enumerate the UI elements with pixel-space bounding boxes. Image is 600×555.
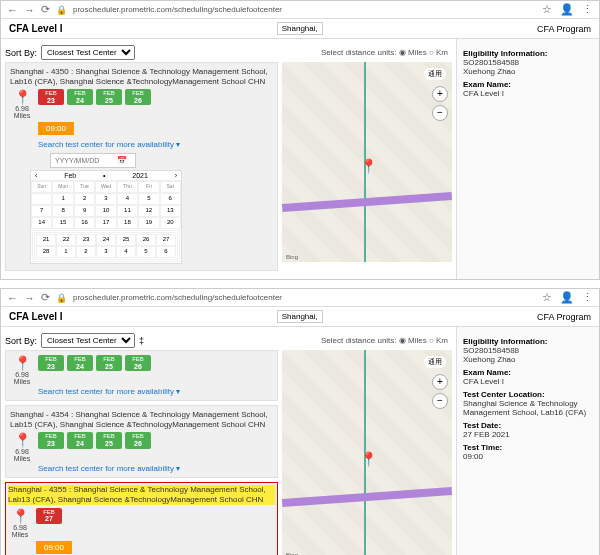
cal-day[interactable]: 21 — [36, 234, 56, 246]
cal-day[interactable]: 4 — [117, 193, 138, 205]
cal-day[interactable]: 16 — [74, 217, 95, 229]
map-attribution: Bing — [286, 254, 298, 260]
map-marker-icon[interactable]: 📍 — [360, 451, 377, 467]
search-availability-link[interactable]: Search test center for more availability… — [38, 464, 180, 473]
menu-icon[interactable]: ⋮ — [582, 291, 593, 304]
star-icon[interactable]: ☆ — [542, 291, 552, 304]
date-pill[interactable]: FEB23 — [38, 432, 64, 448]
time-slot-button[interactable]: 09:00 — [36, 541, 72, 554]
cal-day[interactable]: 25 — [116, 234, 136, 246]
zoom-in-button[interactable]: + — [432, 374, 448, 390]
sidebar: Eligibility Information: SO2801584588 Xu… — [456, 327, 599, 555]
cal-day[interactable]: 12 — [138, 205, 159, 217]
cal-day[interactable]: 6 — [160, 193, 181, 205]
user-icon[interactable]: 👤 — [560, 291, 574, 304]
date-pill[interactable]: FEB26 — [125, 432, 151, 448]
cal-day[interactable]: 10 — [95, 205, 116, 217]
sortby-select[interactable]: Closest Test Center — [41, 45, 135, 60]
map-pin-icon: 📍 — [14, 89, 31, 105]
cal-day[interactable]: 2 — [74, 193, 95, 205]
sortby-select[interactable]: Closest Test Center — [41, 333, 135, 348]
cal-day[interactable]: 1 — [52, 193, 73, 205]
page-title: CFA Level I — [9, 23, 63, 34]
calendar-icon[interactable]: 📅 — [117, 156, 127, 165]
forward-icon[interactable]: → — [24, 4, 35, 16]
cal-day[interactable]: 1 — [56, 246, 76, 258]
menu-icon[interactable]: ⋮ — [582, 3, 593, 16]
cal-day[interactable]: 5 — [138, 193, 159, 205]
cal-dow: Wed — [95, 181, 116, 193]
url-text[interactable]: proscheduler.prometric.com/scheduling/sc… — [73, 5, 536, 14]
search-availability-link[interactable]: Search test center for more availability… — [38, 140, 180, 149]
date-pill[interactable]: FEB24 — [67, 89, 93, 105]
date-pill[interactable]: FEB26 — [125, 89, 151, 105]
cal-day[interactable]: 18 — [117, 217, 138, 229]
date-pill[interactable]: FEB25 — [96, 89, 122, 105]
cal-next-icon[interactable]: › — [175, 172, 177, 179]
map[interactable]: 通用 + − 📍 Bing — [282, 62, 452, 262]
cal-day[interactable]: 22 — [56, 234, 76, 246]
cal-day[interactable]: 27 — [156, 234, 176, 246]
cal-day[interactable]: 3 — [95, 193, 116, 205]
zoom-out-button[interactable]: − — [432, 393, 448, 409]
cal-day[interactable]: 2 — [76, 246, 96, 258]
sort-toggle-icon[interactable]: ‡ — [139, 336, 144, 346]
date-label: Test Date: — [463, 421, 593, 430]
user-name: Xuehong Zhao — [463, 355, 593, 364]
cal-day[interactable]: 23 — [76, 234, 96, 246]
cal-day[interactable]: 8 — [52, 205, 73, 217]
cal-prev-icon[interactable]: ‹ — [35, 172, 37, 179]
star-icon[interactable]: ☆ — [542, 3, 552, 16]
url-text[interactable]: proscheduler.prometric.com/scheduling/sc… — [73, 293, 536, 302]
cal-day[interactable]: 14 — [31, 217, 52, 229]
exam-value: CFA Level I — [463, 89, 593, 98]
cal-day[interactable]: 13 — [160, 205, 181, 217]
map-label: 通用 — [424, 356, 446, 368]
date-pill[interactable]: FEB26 — [125, 355, 151, 371]
time-slot-button[interactable]: 09:00 — [38, 122, 74, 135]
cal-day[interactable]: 17 — [95, 217, 116, 229]
date-pill[interactable]: FEB24 — [67, 355, 93, 371]
reload-icon[interactable]: ⟳ — [41, 3, 50, 16]
cal-day[interactable]: 7 — [31, 205, 52, 217]
forward-icon[interactable]: → — [24, 292, 35, 304]
miles-radio[interactable]: ◉ — [399, 48, 408, 57]
km-radio[interactable]: ○ — [429, 336, 436, 345]
date-pill[interactable]: FEB25 — [96, 355, 122, 371]
cal-day[interactable]: 15 — [52, 217, 73, 229]
zoom-out-button[interactable]: − — [432, 105, 448, 121]
km-radio[interactable]: ○ — [429, 48, 436, 57]
date-pill[interactable]: FEB23 — [38, 89, 64, 105]
cal-day[interactable]: 9 — [74, 205, 95, 217]
date-pill[interactable]: FEB25 — [96, 432, 122, 448]
cal-day[interactable] — [31, 193, 52, 205]
reload-icon[interactable]: ⟳ — [41, 291, 50, 304]
cal-day[interactable]: 11 — [117, 205, 138, 217]
date-pill[interactable]: FEB27 — [36, 508, 62, 524]
miles-radio[interactable]: ◉ — [399, 336, 408, 345]
location-dropdown[interactable]: Shanghai, — [277, 310, 323, 323]
test-center-card: Shanghai - 4350 : Shanghai Science & Tec… — [5, 62, 278, 271]
search-availability-link[interactable]: Search test center for more availability… — [38, 387, 180, 396]
cal-day[interactable]: 19 — [138, 217, 159, 229]
loc-value: Shanghai Science & Technology Management… — [463, 399, 593, 417]
cal-day[interactable]: 4 — [116, 246, 136, 258]
date-pill[interactable]: FEB23 — [38, 355, 64, 371]
date-field[interactable] — [53, 156, 117, 165]
cal-day[interactable]: 5 — [136, 246, 156, 258]
back-icon[interactable]: ← — [7, 4, 18, 16]
map[interactable]: 通用 +− 📍 Bing — [282, 350, 452, 555]
location-dropdown[interactable]: Shanghai, — [277, 22, 323, 35]
zoom-in-button[interactable]: + — [432, 86, 448, 102]
cal-day[interactable]: 28 — [36, 246, 56, 258]
cal-day[interactable]: 3 — [96, 246, 116, 258]
user-icon[interactable]: 👤 — [560, 3, 574, 16]
cal-day[interactable]: 24 — [96, 234, 116, 246]
cal-day[interactable]: 20 — [160, 217, 181, 229]
cal-day[interactable]: 6 — [156, 246, 176, 258]
cal-day[interactable]: 26 — [136, 234, 156, 246]
date-input[interactable]: 📅 — [50, 153, 136, 168]
date-pill[interactable]: FEB24 — [67, 432, 93, 448]
map-marker-icon[interactable]: 📍 — [360, 158, 377, 174]
back-icon[interactable]: ← — [7, 292, 18, 304]
